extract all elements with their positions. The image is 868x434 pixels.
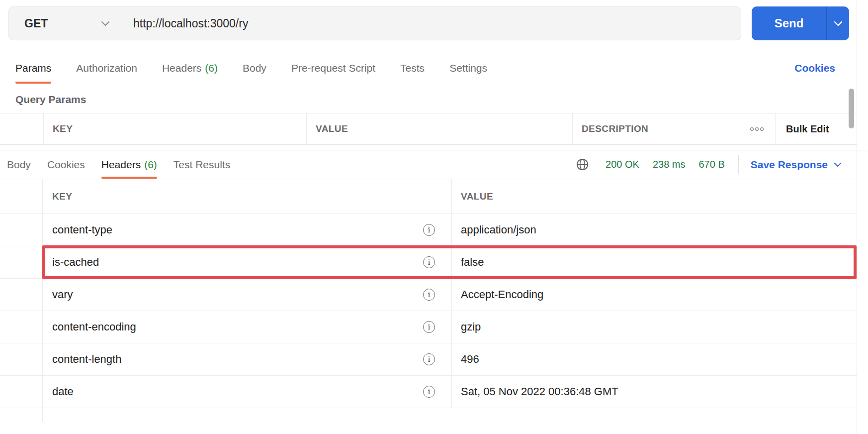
send-label: Send (775, 16, 804, 30)
headers-count-badge: (6) (144, 159, 157, 171)
network-globe-icon[interactable] (576, 158, 589, 171)
response-status-area: 200 OK 238 ms 670 B Save Response (576, 155, 842, 174)
cookies-link[interactable]: Cookies (794, 62, 835, 74)
save-response-button[interactable]: Save Response (751, 159, 842, 171)
save-response-label: Save Response (751, 159, 828, 171)
bulk-edit-button[interactable]: Bulk Edit (775, 113, 857, 144)
send-button[interactable]: Send (752, 6, 826, 40)
response-tabs: Body Cookies Headers (6) Test Results (7, 150, 230, 179)
url-value: http://localhost:3000/ry (133, 17, 248, 30)
tab-authorization[interactable]: Authorization (76, 52, 137, 84)
tab-response-headers[interactable]: Headers (6) (101, 150, 157, 179)
dot-icon (750, 127, 754, 131)
row-select-cell (0, 279, 43, 311)
tab-label: Params (15, 62, 51, 74)
table-row: vary Accept-Encoding (0, 279, 857, 311)
row-select-cell (0, 214, 43, 246)
header-value: gzip (461, 321, 481, 333)
tab-response-body[interactable]: Body (7, 150, 31, 179)
tab-label: Headers (162, 62, 201, 74)
row-select-cell (0, 343, 43, 375)
send-options-button[interactable] (826, 6, 849, 40)
dot-icon (760, 127, 764, 131)
table-row-highlighted: is-cached false (0, 246, 857, 279)
header-value: application/json (461, 223, 536, 236)
tab-label: Headers (101, 159, 141, 171)
method-dropdown[interactable]: GET (9, 7, 122, 40)
column-header-key: KEY (43, 113, 306, 144)
table-header-row: KEY VALUE (0, 179, 857, 214)
url-input[interactable]: http://localhost:3000/ry (122, 7, 741, 40)
header-key: date (52, 385, 74, 398)
header-value: Sat, 05 Nov 2022 00:36:48 GMT (461, 385, 618, 398)
active-tab-underline (101, 177, 157, 179)
info-icon[interactable] (423, 386, 435, 398)
column-header-value: VALUE (306, 113, 572, 144)
info-icon[interactable] (423, 353, 435, 365)
column-header-value: VALUE (451, 179, 857, 214)
table-row: content-type application/json (0, 214, 857, 246)
row-select-cell (0, 113, 43, 144)
request-url-bar: GET http://localhost:3000/ry Send (0, 0, 868, 40)
send-button-group: Send (752, 6, 849, 40)
more-options-button[interactable] (738, 113, 775, 144)
tab-label: Settings (449, 62, 487, 74)
column-header-description: DESCRIPTION (572, 113, 738, 144)
row-select-cell (0, 311, 43, 343)
table-row: date Sat, 05 Nov 2022 00:36:48 GMT (0, 376, 857, 408)
chevron-down-icon (834, 162, 842, 167)
info-icon[interactable] (423, 256, 435, 268)
header-key: content-type (52, 223, 112, 236)
column-header-key: KEY (43, 179, 451, 214)
url-group: GET http://localhost:3000/ry (8, 6, 741, 40)
request-tabs: Params Authorization Headers (6) Body Pr… (15, 52, 868, 84)
header-value: 496 (461, 353, 479, 366)
info-icon[interactable] (423, 224, 435, 236)
info-icon[interactable] (423, 321, 435, 333)
response-time: 238 ms (653, 159, 686, 170)
tab-headers[interactable]: Headers (6) (162, 52, 218, 84)
tab-label: Test Results (174, 159, 230, 171)
scrollbar-track[interactable] (857, 0, 857, 434)
tab-response-cookies[interactable]: Cookies (47, 150, 85, 179)
header-value: Accept-Encoding (461, 288, 543, 301)
tab-pre-request-script[interactable]: Pre-request Script (291, 52, 375, 84)
response-size: 670 B (698, 159, 724, 170)
scrollbar-thumb[interactable] (849, 89, 854, 128)
header-key: is-cached (52, 256, 99, 269)
header-key: content-length (52, 353, 121, 366)
tab-tests[interactable]: Tests (400, 52, 425, 84)
status-code: 200 OK (606, 159, 639, 170)
tab-label: Authorization (76, 62, 137, 74)
headers-count-badge: (6) (205, 62, 218, 74)
response-toolbar: Body Cookies Headers (6) Test Results (0, 150, 857, 179)
tab-label: Body (7, 159, 31, 171)
tab-label: Tests (400, 62, 425, 74)
method-label: GET (24, 17, 48, 30)
row-select-cell (0, 246, 43, 278)
header-value: false (461, 256, 484, 269)
chevron-down-icon (834, 20, 843, 26)
table-row: content-length 496 (0, 343, 857, 376)
dot-icon (755, 127, 759, 131)
row-select-cell (0, 408, 43, 422)
table-row: content-encoding gzip (0, 311, 857, 343)
chevron-down-icon (101, 20, 110, 26)
tab-test-results[interactable]: Test Results (174, 150, 230, 179)
query-params-table-header: KEY VALUE DESCRIPTION Bulk Edit (0, 113, 857, 145)
row-select-cell (0, 376, 43, 408)
header-key: vary (52, 288, 73, 301)
query-params-label: Query Params (15, 94, 868, 106)
info-icon[interactable] (423, 289, 435, 301)
active-tab-underline (15, 82, 51, 84)
table-row-partial (0, 408, 857, 422)
tab-settings[interactable]: Settings (449, 52, 487, 84)
tab-label: Body (243, 62, 266, 74)
tab-label: Cookies (47, 159, 85, 171)
tab-body[interactable]: Body (243, 52, 266, 84)
row-select-cell (0, 179, 43, 214)
divider (738, 155, 739, 174)
tab-label: Pre-request Script (291, 62, 375, 74)
response-headers-table: KEY VALUE content-type application/json … (0, 179, 857, 422)
tab-params[interactable]: Params (15, 52, 51, 84)
